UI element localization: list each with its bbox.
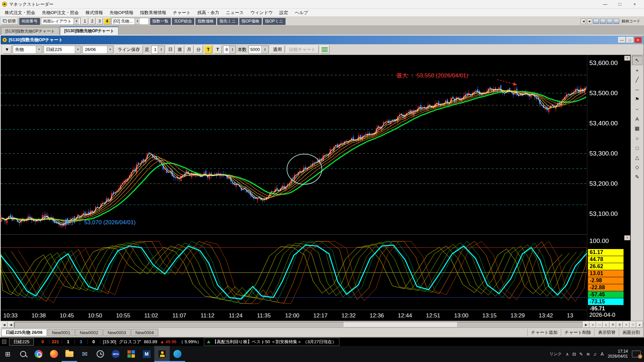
period-button-月[interactable]: 月 — [185, 46, 194, 54]
page-button-3[interactable]: 3 — [96, 18, 103, 24]
wifi-icon[interactable]: ≋ — [586, 352, 590, 357]
chart-tab[interactable]: New0003 — [103, 329, 130, 336]
pencil-tool-icon[interactable]: ✎ — [632, 172, 643, 182]
alert-tool-icon[interactable]: ⚑ — [632, 95, 643, 104]
period-button-日[interactable]: 日 — [166, 46, 175, 54]
mail-icon[interactable]: ✉ — [77, 346, 93, 362]
monex-trader-icon[interactable] — [154, 346, 170, 362]
tick-button[interactable]: T — [204, 46, 212, 54]
apply-button[interactable]: 適用 — [270, 46, 285, 54]
tray-clock[interactable]: 17:14 2026/04/01 — [608, 349, 628, 359]
period-button-分[interactable]: 分 — [194, 46, 203, 54]
chart-tab[interactable]: New0001 — [48, 329, 75, 336]
text-tool-icon[interactable]: A — [632, 114, 643, 123]
scroll-left-icon[interactable]: ◀ — [581, 18, 586, 24]
m-app-icon[interactable]: M — [139, 346, 154, 362]
spinner-icon[interactable]: ▲▼ — [261, 46, 268, 53]
wave-tool-icon[interactable]: ~ — [632, 104, 643, 114]
chart-close-button[interactable]: × — [634, 37, 642, 43]
menu-item[interactable]: ニュース — [223, 9, 247, 17]
scrollbar-thumb[interactable] — [344, 322, 457, 327]
collapse-osc-button[interactable]: ▼ — [624, 235, 630, 240]
menu-item[interactable]: ウィンドウ — [247, 9, 276, 17]
scrollbar-button[interactable]: ◀ — [8, 322, 14, 328]
pen-icon[interactable]: ✎ — [579, 352, 583, 357]
quick-button[interactable]: 先OP総合 — [172, 18, 194, 25]
document-tab[interactable]: [5130]指数先物OPチャート — [1, 27, 59, 35]
scrollbar-button[interactable]: B — [616, 322, 623, 328]
compare-chart-button[interactable]: 比較チャート — [286, 46, 319, 54]
count-input[interactable]: 5000 ▲▼ — [249, 46, 269, 54]
quick-button[interactable]: 指数価格 — [195, 18, 216, 25]
menu-item[interactable]: ヘルプ — [291, 9, 312, 17]
scrollbar-button[interactable]: ◀ — [1, 322, 7, 328]
menu-item[interactable]: 指数業種情報 — [137, 9, 170, 17]
tick-button-2[interactable]: T — [214, 46, 222, 54]
oscillator-chart[interactable] — [1, 234, 587, 310]
crosshair-tool-icon[interactable]: + — [632, 65, 643, 75]
scrollbar-button[interactable]: R — [610, 322, 616, 328]
scrollbar-button[interactable]: L — [603, 322, 609, 328]
layout-grid-icon[interactable] — [593, 19, 599, 24]
chart-tab[interactable]: 日経225先物 26/06 — [1, 329, 47, 336]
period-button-週[interactable]: 週 — [175, 46, 184, 54]
scrollbar-button[interactable]: ▶ — [583, 322, 589, 328]
chart-action-button[interactable]: チャート削除 — [561, 329, 594, 336]
page-button-2[interactable]: 2 — [89, 18, 96, 24]
chart-tab[interactable]: New0002 — [75, 329, 103, 336]
triangle-tool-icon[interactable]: △ — [632, 153, 643, 162]
chrome-icon[interactable] — [31, 346, 46, 362]
horizontal-line-tool-icon[interactable]: ─ — [632, 85, 643, 94]
chart-restore-button[interactable]: □ — [626, 37, 634, 43]
spinner-icon[interactable]: ▲▼ — [229, 46, 235, 53]
param-input[interactable]: 8 ▲▼ — [223, 46, 236, 54]
scrollbar-track[interactable] — [14, 322, 583, 328]
chart-mode-dropdown[interactable]: ▼ — [3, 46, 11, 54]
page-button-4[interactable]: 4 — [104, 18, 110, 24]
chart-action-button[interactable]: 表示切替 — [594, 329, 619, 336]
diamond-tool-icon[interactable]: ◇ — [632, 163, 643, 172]
scrollbar-button[interactable]: ≡ — [590, 322, 596, 328]
quick-button[interactable]: 指OP価格 — [239, 18, 262, 25]
chart-tab[interactable]: New0004 — [131, 329, 158, 336]
chart-action-button[interactable]: チャート追加 — [527, 329, 561, 336]
preset-dropdown[interactable]: [02] 先物... ▼ — [111, 18, 149, 25]
contract-dropdown[interactable]: 26/06 ▼ — [83, 46, 113, 54]
bar-interval-input[interactable]: 1 ▲▼ — [151, 46, 165, 54]
scrollbar-button[interactable]: ▸ — [637, 322, 643, 328]
screen-switch-button[interactable]: 切替 — [1, 18, 18, 25]
menu-item[interactable]: 先物OP注文・照会 — [39, 9, 82, 17]
menu-item[interactable]: 先物OP情報 — [106, 9, 137, 17]
maximize-button[interactable]: □ — [612, 0, 627, 8]
file-explorer-icon[interactable] — [62, 346, 77, 362]
news-ticker[interactable]: 【高配当利回り株】ベスト50 ＜割安株特集＞ （3月27日現在） — [204, 338, 339, 346]
quick-button[interactable]: 指OPミニ — [263, 18, 285, 25]
search-button[interactable] — [15, 346, 31, 362]
cursor-tool-icon[interactable]: ↖ — [632, 56, 643, 65]
chevron-up-icon[interactable]: ∧ — [566, 352, 569, 357]
grid-tool-icon[interactable]: ▦ — [632, 124, 643, 133]
screen-number-button[interactable]: 画面番号 — [19, 18, 40, 25]
menu-item[interactable]: チャート — [170, 9, 194, 17]
symbol-dropdown[interactable]: 日経225 ▼ — [44, 46, 81, 54]
category-dropdown[interactable]: 先物 ▼ — [13, 46, 42, 54]
document-tab[interactable]: [5130]指数先物OPチャート — [60, 26, 119, 35]
layout-tile-icon[interactable] — [607, 19, 612, 24]
layout-dropdown[interactable]: 画面レイアウト ▼ — [41, 18, 80, 25]
grid-app-icon[interactable] — [123, 346, 139, 362]
scroll-right-icon[interactable]: ▶ — [587, 18, 592, 24]
trendline-tool-icon[interactable]: ╱ — [632, 75, 643, 84]
menu-item[interactable]: 設定 — [276, 9, 291, 17]
menu-item[interactable]: 残高・余力 — [194, 9, 223, 17]
page-button-1[interactable]: 1 — [82, 18, 88, 24]
spinner-icon[interactable]: ▲▼ — [158, 46, 164, 53]
scrollbar-button[interactable]: × — [623, 322, 630, 328]
layout-split-icon[interactable] — [600, 19, 606, 24]
menu-item[interactable]: 株式情報 — [82, 9, 106, 17]
speaker-icon[interactable]: ♫ — [593, 352, 597, 357]
scrollbar-button[interactable]: — — [596, 322, 603, 328]
quick-button[interactable]: 指先ミニ — [217, 18, 238, 25]
rect-tool-icon[interactable]: □ — [632, 143, 643, 153]
status-symbol-button[interactable]: 日経225 — [9, 338, 34, 346]
ellipse-tool-icon[interactable]: ○ — [632, 133, 643, 143]
